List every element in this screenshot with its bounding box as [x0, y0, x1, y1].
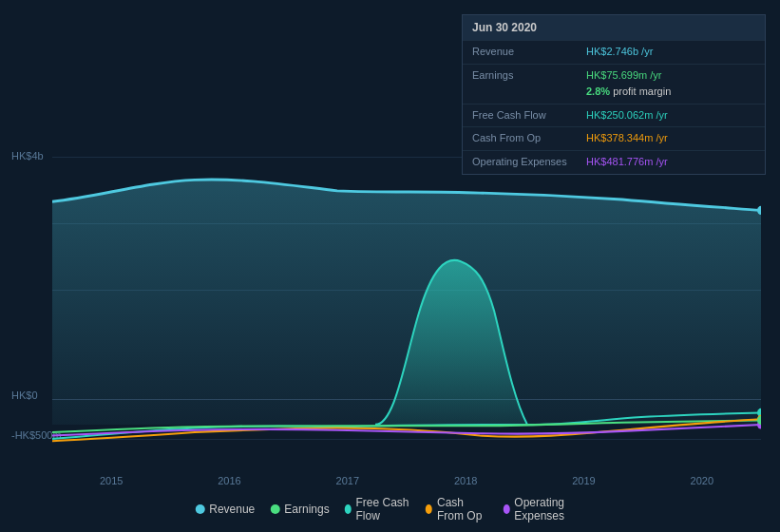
revenue-row: Revenue HK$2.746b /yr [463, 40, 765, 64]
earnings-values: HK$75.699m /yr 2.8% profit margin [586, 67, 671, 101]
legend-fcf: Free Cash Flow [345, 496, 411, 522]
x-axis-labels: 2015 2016 2017 2018 2019 2020 [52, 475, 761, 486]
info-date: Jun 30 2020 [463, 15, 765, 40]
revenue-value: HK$2.746b /yr [586, 44, 653, 61]
legend-earnings: Earnings [270, 503, 329, 516]
x-label-2017: 2017 [336, 475, 359, 486]
cashfromop-value: HK$378.344m /yr [586, 130, 668, 147]
revenue-label: Revenue [472, 44, 586, 61]
profit-margin: 2.8% profit margin [586, 84, 671, 101]
x-label-2018: 2018 [454, 475, 477, 486]
info-tooltip: Jun 30 2020 Revenue HK$2.746b /yr Earnin… [462, 14, 766, 175]
legend-earnings-label: Earnings [284, 503, 329, 516]
legend-fcf-label: Free Cash Flow [355, 496, 410, 522]
legend-revenue-label: Revenue [209, 503, 255, 516]
x-label-2020: 2020 [691, 475, 713, 486]
fcf-label: Free Cash Flow [472, 107, 586, 124]
chart-legend: Revenue Earnings Free Cash Flow Cash Fro… [195, 496, 585, 522]
y-label-mid: HK$0 [11, 390, 38, 401]
opex-value: HK$481.776m /yr [586, 154, 668, 171]
x-label-2019: 2019 [572, 475, 595, 486]
earnings-label: Earnings [472, 67, 586, 85]
y-label-top: HK$4b [11, 150, 44, 162]
fcf-row: Free Cash Flow HK$250.062m /yr [463, 104, 765, 127]
fcf-value: HK$250.062m /yr [586, 107, 668, 124]
legend-revenue: Revenue [195, 503, 255, 516]
opex-label: Operating Expenses [472, 154, 586, 171]
legend-cashfromop-dot [426, 504, 432, 514]
x-label-2015: 2015 [100, 475, 123, 486]
cashfromop-row: Cash From Op HK$378.344m /yr [463, 126, 765, 150]
legend-revenue-dot [195, 504, 204, 514]
main-chart [52, 147, 761, 484]
legend-cashfromop-label: Cash From Op [437, 496, 488, 522]
x-label-2016: 2016 [218, 475, 240, 486]
legend-opex: Operating Expenses [503, 496, 584, 522]
legend-earnings-dot [270, 504, 279, 514]
earnings-value: HK$75.699m /yr [586, 67, 671, 85]
legend-opex-label: Operating Expenses [514, 496, 584, 522]
legend-opex-dot [503, 504, 509, 514]
earnings-row: Earnings HK$75.699m /yr 2.8% profit marg… [463, 64, 765, 104]
cashfromop-label: Cash From Op [472, 130, 586, 147]
opex-row: Operating Expenses HK$481.776m /yr [463, 150, 765, 174]
legend-cashfromop: Cash From Op [426, 496, 487, 522]
legend-fcf-dot [345, 504, 352, 514]
